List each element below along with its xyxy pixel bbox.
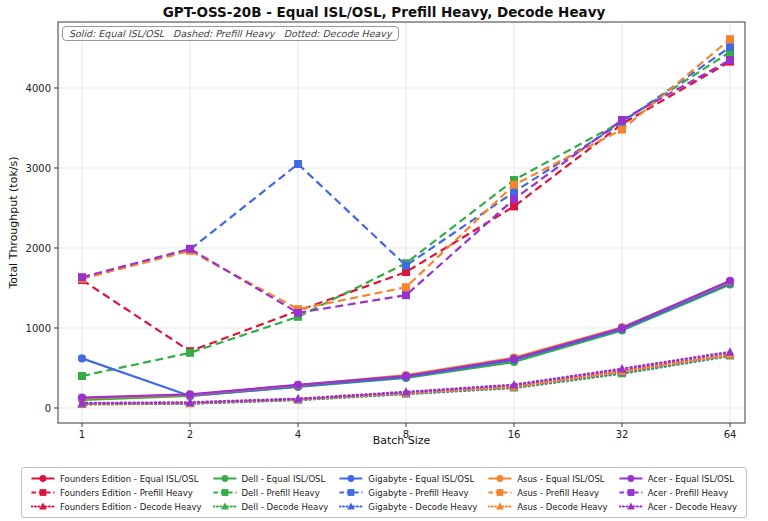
legend-label: Acer - Prefill Heavy bbox=[648, 488, 729, 498]
legend-square-dashed-icon bbox=[619, 487, 643, 498]
legend-label: Founders Edition - Prefill Heavy bbox=[60, 488, 193, 498]
legend-triangle-dotted-icon bbox=[619, 501, 643, 512]
legend-item: Asus - Prefill Heavy bbox=[488, 486, 607, 499]
data-point-marker bbox=[510, 181, 518, 189]
legend-column: Acer - Equal ISL/OSLAcer - Prefill Heavy… bbox=[619, 472, 737, 513]
legend-label: Gigabyte - Equal ISL/OSL bbox=[368, 474, 474, 484]
data-point-marker bbox=[294, 381, 302, 389]
line-style-note: Solid: Equal ISL/OSL Dashed: Prefill Hea… bbox=[62, 26, 399, 41]
legend-item: Gigabyte - Decode Heavy bbox=[339, 500, 477, 513]
data-point-marker bbox=[402, 372, 410, 380]
legend-label: Gigabyte - Decode Heavy bbox=[368, 502, 477, 512]
legend-label: Dell - Prefill Heavy bbox=[242, 488, 320, 498]
legend-triangle-dotted-icon bbox=[31, 501, 55, 512]
data-point-marker bbox=[726, 43, 734, 51]
axes-frame bbox=[58, 22, 745, 423]
data-point-marker bbox=[402, 291, 410, 299]
data-point-marker bbox=[78, 273, 86, 281]
data-point-marker bbox=[402, 262, 410, 270]
data-point-marker bbox=[186, 245, 194, 253]
legend-triangle-dotted-icon bbox=[339, 501, 363, 512]
legend-label: Founders Edition - Decode Heavy bbox=[60, 502, 202, 512]
data-point-marker bbox=[402, 283, 410, 291]
data-point-marker bbox=[294, 160, 302, 168]
data-point-marker bbox=[78, 354, 86, 362]
y-tick-label: 4000 bbox=[26, 83, 51, 94]
legend-item: Founders Edition - Prefill Heavy bbox=[31, 486, 202, 499]
data-point-marker bbox=[510, 202, 518, 210]
data-point-marker bbox=[726, 56, 734, 64]
legend-column: Gigabyte - Equal ISL/OSLGigabyte - Prefi… bbox=[339, 472, 477, 513]
y-tick-label: 3000 bbox=[26, 163, 51, 174]
data-point-marker bbox=[618, 126, 626, 134]
data-point-marker bbox=[726, 35, 734, 43]
legend-circle-solid-icon bbox=[339, 473, 363, 484]
data-point-marker bbox=[510, 195, 518, 203]
legend-column: Founders Edition - Equal ISL/OSLFounders… bbox=[31, 472, 202, 513]
legend-label: Gigabyte - Prefill Heavy bbox=[368, 488, 468, 498]
legend-column: Dell - Equal ISL/OSLDell - Prefill Heavy… bbox=[213, 472, 329, 513]
legend-column: Asus - Equal ISL/OSLAsus - Prefill Heavy… bbox=[488, 472, 607, 513]
data-point-marker bbox=[186, 390, 194, 398]
x-axis-label: Batch Size bbox=[58, 434, 745, 447]
data-point-marker bbox=[186, 349, 194, 357]
legend-item: Asus - Equal ISL/OSL bbox=[488, 472, 607, 485]
legend-triangle-dotted-icon bbox=[213, 501, 237, 512]
legend-square-dashed-icon bbox=[31, 487, 55, 498]
legend-label: Asus - Prefill Heavy bbox=[517, 488, 599, 498]
legend-item: Asus - Decode Heavy bbox=[488, 500, 607, 513]
legend-item: Founders Edition - Decode Heavy bbox=[31, 500, 202, 513]
data-point-marker bbox=[510, 355, 518, 363]
y-tick-label: 2000 bbox=[26, 243, 51, 254]
legend-circle-solid-icon bbox=[31, 473, 55, 484]
legend-label: Acer - Equal ISL/OSL bbox=[648, 474, 734, 484]
legend-circle-solid-icon bbox=[619, 473, 643, 484]
legend-square-dashed-icon bbox=[213, 487, 237, 498]
legend-item: Acer - Prefill Heavy bbox=[619, 486, 737, 499]
y-axis-label: Total Throughput (tok/s) bbox=[7, 123, 20, 323]
legend-item: Dell - Decode Heavy bbox=[213, 500, 329, 513]
legend-circle-solid-icon bbox=[488, 473, 512, 484]
legend-square-dashed-icon bbox=[339, 487, 363, 498]
data-point-marker bbox=[726, 347, 735, 355]
legend-item: Acer - Decode Heavy bbox=[619, 500, 737, 513]
legend: Founders Edition - Equal ISL/OSLFounders… bbox=[21, 467, 747, 518]
chart-figure: GPT-OSS-20B - Equal ISL/OSL, Prefill Hea… bbox=[0, 0, 768, 521]
data-point-marker bbox=[726, 277, 734, 285]
legend-item: Acer - Equal ISL/OSL bbox=[619, 472, 737, 485]
legend-item: Gigabyte - Prefill Heavy bbox=[339, 486, 477, 499]
legend-circle-solid-icon bbox=[213, 473, 237, 484]
legend-item: Dell - Equal ISL/OSL bbox=[213, 472, 329, 485]
legend-item: Dell - Prefill Heavy bbox=[213, 486, 329, 499]
legend-square-dashed-icon bbox=[488, 487, 512, 498]
legend-triangle-dotted-icon bbox=[488, 501, 512, 512]
legend-label: Founders Edition - Equal ISL/OSL bbox=[60, 474, 198, 484]
legend-label: Asus - Decode Heavy bbox=[517, 502, 607, 512]
data-point-marker bbox=[510, 188, 518, 196]
y-tick-label: 1000 bbox=[26, 323, 51, 334]
legend-label: Dell - Decode Heavy bbox=[242, 502, 329, 512]
data-point-marker bbox=[618, 324, 626, 332]
y-tick-label: 0 bbox=[45, 403, 51, 414]
legend-label: Acer - Decode Heavy bbox=[648, 502, 737, 512]
data-point-marker bbox=[78, 372, 86, 380]
data-point-marker bbox=[294, 309, 302, 317]
legend-item: Founders Edition - Equal ISL/OSL bbox=[31, 472, 202, 485]
legend-label: Asus - Equal ISL/OSL bbox=[517, 474, 604, 484]
legend-label: Dell - Equal ISL/OSL bbox=[242, 474, 326, 484]
data-point-marker bbox=[618, 116, 626, 124]
legend-item: Gigabyte - Equal ISL/OSL bbox=[339, 472, 477, 485]
